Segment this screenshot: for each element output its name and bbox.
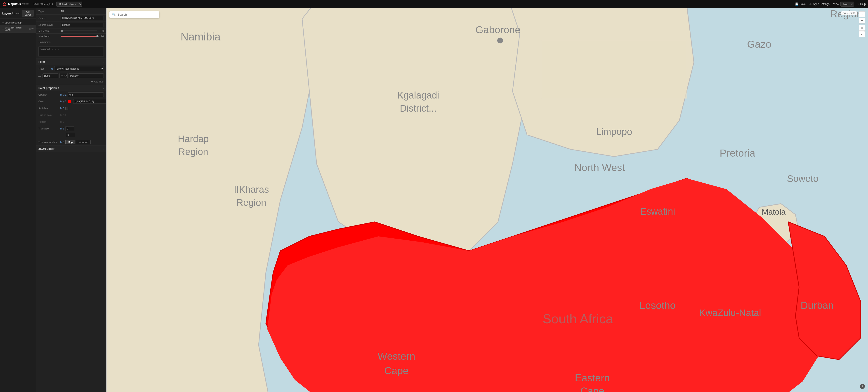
app-version: v2.0.0 <box>22 3 29 5</box>
translate-x-input[interactable] <box>65 126 74 131</box>
help-button[interactable]: ? Help <box>858 2 866 6</box>
svg-text:Gazo: Gazo <box>747 39 771 50</box>
type-row: Type Fill <box>36 8 106 14</box>
comments-label: Comments <box>38 41 59 43</box>
filter-collapse-icon: ▾ <box>103 61 104 63</box>
antialias-expr-icon[interactable]: Σ <box>63 107 64 109</box>
max-zoom-value: 24 <box>99 35 104 37</box>
antialias-label: Antialias <box>38 107 59 109</box>
comments-label-row: Comments <box>36 39 106 45</box>
min-zoom-row: Min Zoom 0 <box>36 29 106 33</box>
add-filter-button[interactable]: ⊞ Add filter <box>91 80 104 83</box>
max-zoom-section: Max Zoom 24 <box>36 34 106 39</box>
color-expr-icon[interactable]: Σ <box>65 100 66 103</box>
zoom-in-button[interactable]: + <box>859 11 865 17</box>
source-row: Source <box>36 15 106 21</box>
filter-delete-button[interactable]: ▬ <box>38 74 41 77</box>
translate-y-input[interactable] <box>66 133 75 137</box>
translate-anchor-label: Translate anchor <box>38 141 59 143</box>
antialias-checkbox[interactable] <box>65 107 68 110</box>
anchor-fx-icon[interactable]: fx <box>60 141 62 143</box>
info-button[interactable]: i <box>860 384 865 389</box>
filter-type-row: Filter fx every Filter matches <box>36 65 106 72</box>
max-zoom-slider[interactable] <box>61 36 97 37</box>
copy-icon[interactable]: ⧉ <box>29 28 31 30</box>
comments-textarea[interactable] <box>38 46 104 57</box>
outline-fx-icon[interactable]: fx <box>60 114 62 117</box>
map-area[interactable]: North West Limpopo Pretoria Soweto Matol… <box>106 8 868 392</box>
help-icon: ? <box>858 2 859 6</box>
source-layer-input[interactable] <box>61 23 104 27</box>
view-select[interactable]: Map <box>840 2 854 6</box>
filter-section-header[interactable]: Filter ▾ <box>36 59 106 65</box>
pattern-fx-icon[interactable]: fx <box>60 121 62 123</box>
zoom-controls: + − ⊕ ▲ <box>859 11 865 37</box>
outline-expr-icon[interactable]: Σ <box>65 114 66 117</box>
reset-bearing-button[interactable]: ⊕ <box>859 25 865 31</box>
outline-color-row: Outline color fx ⊟ Σ <box>36 111 106 119</box>
filter-field-input[interactable] <box>42 73 58 78</box>
svg-text:Lesotho: Lesotho <box>640 300 676 311</box>
comments-section: Comments <box>36 39 106 59</box>
type-section: Type Fill <box>36 8 106 15</box>
svg-text:Eastern: Eastern <box>575 372 610 384</box>
search-input[interactable] <box>118 13 156 16</box>
filter-fx-icon[interactable]: fx <box>51 68 53 70</box>
type-label: Type <box>38 10 59 13</box>
min-zoom-label: Min Zoom <box>38 30 59 32</box>
color-swatch[interactable] <box>68 100 71 103</box>
save-icon: 💾 <box>795 2 798 6</box>
source-input[interactable] <box>61 16 104 20</box>
paint-section: Paint properties ▾ Opacity fx ⊟ Σ Color … <box>36 85 106 146</box>
visibility-icon: ○ <box>2 28 4 30</box>
color-zoom-icon[interactable]: ⊟ <box>63 100 64 103</box>
min-zoom-slider[interactable] <box>61 31 97 31</box>
svg-text:Limpopo: Limpopo <box>596 126 632 137</box>
translate-anchor-row: Translate anchor fx Σ Map Viewport <box>36 139 106 145</box>
list-item[interactable]: ○ a8d1264f-cb1d-485f-... ⧉ 👁 <box>0 25 36 33</box>
save-button[interactable]: 💾 Save <box>795 2 806 6</box>
paint-section-title: Paint properties <box>38 87 59 90</box>
anchor-viewport-button[interactable]: Viewport <box>76 140 91 144</box>
topbar-right: 💾 Save ⚙ Style Settings View Map ? Help <box>795 2 866 6</box>
layer-type-select[interactable]: Default polygon <box>56 2 82 6</box>
source-layer-row: Source Layer <box>36 22 106 28</box>
outline-zoom-icon[interactable]: ⊟ <box>63 114 64 117</box>
style-settings-button[interactable]: ⚙ Style Settings <box>809 2 829 6</box>
filter-op-select[interactable]: == <box>59 73 68 78</box>
color-fx-icon[interactable]: fx <box>60 100 62 103</box>
opacity-expr-icon[interactable]: Σ <box>65 94 66 96</box>
zoom-out-button[interactable]: − <box>859 18 865 24</box>
filter-value-input[interactable] <box>69 73 104 78</box>
eye-icon[interactable]: 👁 <box>31 28 34 30</box>
svg-text:South Africa: South Africa <box>542 312 613 326</box>
svg-text:Western: Western <box>378 351 415 362</box>
translate-y-row: fxΣ <box>36 132 106 139</box>
json-editor-header[interactable]: JSON Editor ▾ <box>36 146 106 152</box>
svg-text:Namibia: Namibia <box>181 31 221 43</box>
filter-type-select[interactable]: every Filter matches <box>54 66 104 71</box>
paint-collapse-icon: ▾ <box>103 87 104 90</box>
add-layer-button[interactable]: Add Layer <box>22 10 34 17</box>
anchor-expr-icon[interactable]: Σ <box>63 141 64 143</box>
compass-button[interactable]: ▲ <box>859 31 865 37</box>
translate-fx-icon[interactable]: fx <box>60 127 62 130</box>
opacity-fx-icon[interactable]: fx <box>60 94 62 96</box>
list-item[interactable]: ○ openstreetmap <box>0 20 36 25</box>
anchor-map-button[interactable]: Map <box>65 140 75 144</box>
logo-icon <box>2 2 7 6</box>
paint-section-header[interactable]: Paint properties ▾ <box>36 85 106 91</box>
pattern-label: Pattern <box>38 121 59 123</box>
translate-expr-icon[interactable]: Σ <box>63 127 64 130</box>
antialias-row: Antialias fx Σ <box>36 105 106 111</box>
opacity-zoom-icon[interactable]: ⊟ <box>63 94 64 96</box>
type-value: Fill <box>61 10 104 13</box>
color-label: Color <box>38 100 59 103</box>
search-bar: 🔍 <box>110 11 159 18</box>
color-input[interactable] <box>73 99 106 104</box>
opacity-input[interactable] <box>68 92 104 97</box>
pattern-expr-icon[interactable]: Σ <box>63 121 64 123</box>
antialias-fx-icon[interactable]: fx <box>60 107 62 109</box>
expand-button[interactable]: Expand <box>12 12 20 15</box>
max-zoom-row: Max Zoom 24 <box>36 34 106 39</box>
